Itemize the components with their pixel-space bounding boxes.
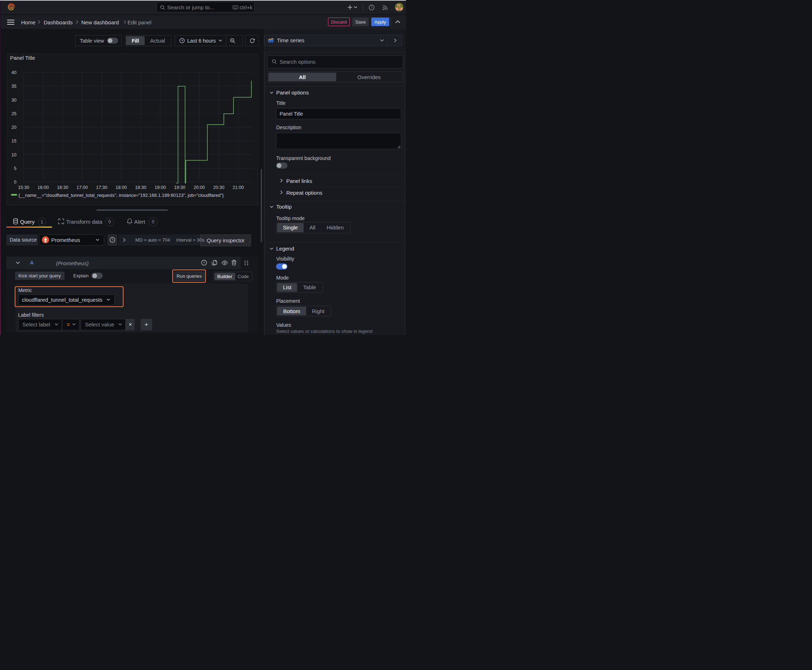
- svg-text:17:30: 17:30: [96, 185, 107, 190]
- svg-text:19:00: 19:00: [155, 185, 166, 190]
- svg-text:16:30: 16:30: [57, 185, 68, 190]
- svg-text:0: 0: [14, 180, 17, 185]
- svg-text:20:30: 20:30: [213, 185, 224, 190]
- svg-text:15:30: 15:30: [18, 185, 29, 190]
- svg-text:15: 15: [12, 139, 17, 144]
- svg-text:21:00: 21:00: [233, 185, 244, 190]
- svg-text:{__name__="cloudflared_tunnel_: {__name__="cloudflared_tunnel_total_requ…: [18, 193, 224, 198]
- svg-text:16:00: 16:00: [37, 185, 49, 190]
- svg-text:?: ?: [203, 261, 205, 264]
- svg-text:25: 25: [12, 111, 17, 116]
- svg-text:10: 10: [12, 152, 17, 157]
- svg-text:18:00: 18:00: [116, 185, 127, 190]
- svg-text:17:00: 17:00: [76, 185, 88, 190]
- svg-text:?: ?: [371, 5, 372, 9]
- svg-text:19:30: 19:30: [174, 185, 185, 190]
- svg-text:5: 5: [14, 166, 17, 171]
- svg-text:20:00: 20:00: [194, 185, 205, 190]
- svg-text:?: ?: [111, 238, 113, 242]
- svg-text:20: 20: [12, 125, 17, 130]
- svg-text:18:30: 18:30: [135, 185, 146, 190]
- svg-text:40: 40: [12, 70, 17, 75]
- svg-text:30: 30: [12, 98, 17, 103]
- svg-text:35: 35: [12, 84, 17, 89]
